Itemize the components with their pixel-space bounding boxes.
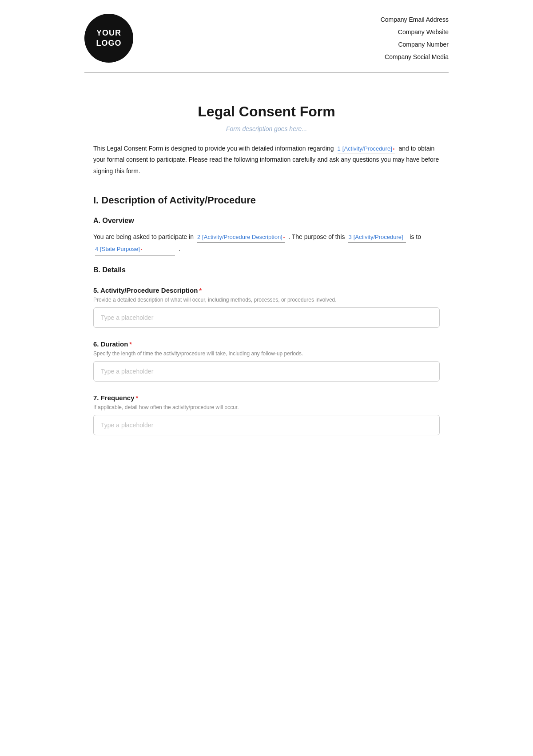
page-header: YOUR LOGO Company Email Address Company … <box>67 0 466 72</box>
field1-number: 1 <box>338 143 341 154</box>
overview-prefix: You are being asked to participate in <box>93 233 194 240</box>
field6-group: 6. Duration* Specify the length of time … <box>93 340 440 382</box>
field4-required: • <box>141 245 143 254</box>
field2-number: 2 <box>197 232 200 243</box>
subsection-b-heading: B. Details <box>93 266 440 274</box>
field7-input[interactable] <box>93 415 440 435</box>
field5-help: Provide a detailed description of what w… <box>93 297 440 303</box>
field6-input[interactable] <box>93 361 440 382</box>
inline-field-1: 1 [Activity/Procedure] • <box>338 143 395 154</box>
form-title: Legal Consent Form <box>93 103 440 120</box>
logo-line1: YOUR <box>96 28 121 38</box>
field6-required-star: * <box>129 340 132 348</box>
field4-placeholder: [State Purpose] <box>100 244 140 255</box>
main-content: Legal Consent Form Form description goes… <box>67 72 466 453</box>
overview-paragraph: You are being asked to participate in 2 … <box>93 231 440 255</box>
inline-field-3: 3 [Activity/Procedure] <box>348 232 406 243</box>
field7-help: If applicable, detail how often the acti… <box>93 404 440 410</box>
subsection-a-heading: A. Overview <box>93 217 440 225</box>
form-description: Form description goes here... <box>93 125 440 132</box>
intro-paragraph: This Legal Consent Form is designed to p… <box>93 143 440 177</box>
field5-label: 5. Activity/Procedure Description* <box>93 286 440 294</box>
field5-input[interactable] <box>93 307 440 328</box>
field3-placeholder: [Activity/Procedure] <box>354 232 403 243</box>
overview-middle2: is to <box>410 233 421 240</box>
company-email-label: Company Email Address <box>381 13 449 26</box>
field5-group: 5. Activity/Procedure Description* Provi… <box>93 286 440 328</box>
field7-label: 7. Frequency* <box>93 394 440 402</box>
inline-field-2: 2 [Activity/Procedure Description] • <box>197 232 285 243</box>
company-info: Company Email Address Company Website Co… <box>381 13 449 63</box>
field1-required: • <box>393 145 395 153</box>
field2-required: • <box>283 233 285 242</box>
field4-number: 4 <box>95 244 98 255</box>
company-logo: YOUR LOGO <box>84 14 133 63</box>
company-number-label: Company Number <box>381 38 449 51</box>
overview-middle: . The purpose of this <box>288 233 345 240</box>
field5-required-star: * <box>199 286 202 294</box>
inline-field-4: 4 [State Purpose] • <box>95 244 175 255</box>
company-social-label: Company Social Media <box>381 51 449 63</box>
section1-heading: I. Description of Activity/Procedure <box>93 195 440 206</box>
field1-placeholder: [Activity/Procedure] <box>342 143 392 154</box>
field2-placeholder: [Activity/Procedure Description] <box>202 232 282 243</box>
field3-number: 3 <box>348 232 351 243</box>
field7-group: 7. Frequency* If applicable, detail how … <box>93 394 440 435</box>
field6-help: Specify the length of time the activity/… <box>93 350 440 357</box>
logo-line2: LOGO <box>96 38 122 48</box>
company-website-label: Company Website <box>381 26 449 38</box>
field6-label: 6. Duration* <box>93 340 440 348</box>
intro-prefix: This Legal Consent Form is designed to p… <box>93 145 334 152</box>
overview-suffix: . <box>179 245 180 252</box>
field7-required-star: * <box>136 394 139 402</box>
